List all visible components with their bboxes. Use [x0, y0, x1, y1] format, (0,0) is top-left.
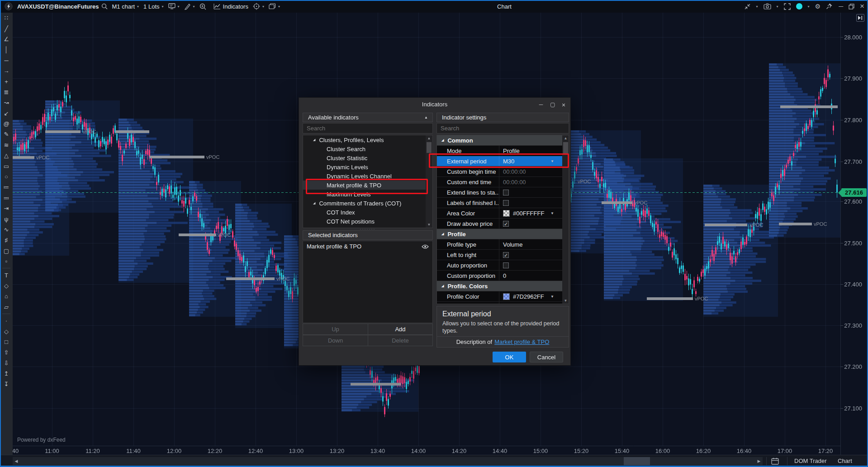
- indicator-description-link[interactable]: Market profile & TPO: [494, 338, 549, 345]
- templates-button[interactable]: ▾: [168, 3, 180, 10]
- tree-expander-icon[interactable]: ◢: [313, 138, 315, 142]
- scroll-left-arrow[interactable]: ◀: [13, 457, 20, 465]
- cross-tool-icon[interactable]: +: [0, 76, 13, 86]
- pin-icon[interactable]: [826, 3, 833, 10]
- setting-row-profile-color[interactable]: Profile Color#7D2962FF▼: [437, 291, 562, 302]
- down-button[interactable]: Down: [303, 335, 368, 346]
- trend-line-tool-icon[interactable]: ╱: [0, 23, 13, 33]
- crosshair-button[interactable]: ▾: [253, 3, 264, 10]
- wave-tool-icon[interactable]: ∿: [0, 224, 13, 235]
- selection-tool-icon[interactable]: ∷: [0, 13, 13, 23]
- color-swatch[interactable]: [503, 210, 510, 217]
- checkbox[interactable]: [503, 200, 509, 206]
- color-swatch[interactable]: [503, 304, 510, 305]
- tree-item-cot-index[interactable]: COT Index: [303, 208, 432, 217]
- tree-item-clusters-profiles-levels[interactable]: ◢Clusters, Profiles, Levels: [303, 135, 432, 144]
- parallel-lines-tool-icon[interactable]: ≣: [0, 87, 13, 97]
- calendar-icon[interactable]: [771, 457, 779, 465]
- jump-to-latest-button[interactable]: [856, 14, 864, 22]
- gear-icon[interactable]: ⚙: [815, 3, 821, 10]
- eye-icon[interactable]: [422, 244, 429, 249]
- minimize-button[interactable]: ─: [839, 3, 843, 10]
- levels-tool-icon[interactable]: ≔: [0, 182, 13, 192]
- tree-item-dynamic-levels[interactable]: Dynamic Levels: [303, 162, 432, 172]
- timeframe-selector[interactable]: M1 chart ▾: [112, 3, 139, 10]
- scrollbar-thumb[interactable]: [563, 142, 568, 155]
- label-tool-icon[interactable]: ◇: [0, 281, 13, 291]
- setting-row-custom-end-time[interactable]: Custom end time00:00:00: [437, 177, 562, 187]
- chevron-down-icon[interactable]: ▼: [550, 211, 554, 215]
- up-button[interactable]: Up: [303, 324, 368, 335]
- setting-row-bids[interactable]: Bids#00FF5252: [437, 302, 562, 304]
- arrow-down-marker-tool-icon[interactable]: ⇩: [0, 358, 13, 368]
- dialog-close-button[interactable]: ×: [560, 101, 568, 109]
- price-label-tool-icon[interactable]: ▱: [0, 302, 13, 312]
- rectangle-tool-icon[interactable]: ▭: [0, 161, 13, 171]
- scrollbar-thumb[interactable]: [427, 142, 432, 153]
- setting-row-profile-colors[interactable]: ◢Profile. Colors: [437, 281, 562, 291]
- dialog-minimize-button[interactable]: ─: [537, 101, 545, 108]
- tree-item-cot-net-positions[interactable]: COT Net positions: [303, 217, 432, 226]
- setting-row-custom-begin-time[interactable]: Custom begin time00:00:00: [437, 167, 562, 177]
- connection-status-icon[interactable]: [796, 3, 802, 10]
- callout-tool-icon[interactable]: ⌂: [0, 291, 13, 301]
- setting-row-extend-lines-to-sta-[interactable]: Extend lines to sta...: [437, 187, 562, 198]
- grid-tool-icon[interactable]: ♯: [0, 235, 13, 245]
- hatch-tool-icon[interactable]: ≋: [0, 140, 13, 150]
- app-logo[interactable]: [5, 2, 13, 10]
- triangle-tool-icon[interactable]: △: [0, 150, 13, 161]
- tree-item-cluster-statistic[interactable]: Cluster Statistic: [303, 153, 432, 162]
- extend-levels-tool-icon[interactable]: ⇥: [0, 203, 13, 214]
- scroll-up-icon[interactable]: ▲: [426, 135, 432, 141]
- dom-trader-button[interactable]: DOM Trader: [794, 457, 827, 464]
- setting-row-common[interactable]: ◢Common: [437, 135, 562, 146]
- horizontal-line-tool-icon[interactable]: ─: [0, 55, 13, 66]
- brush-tool-icon[interactable]: ✎: [0, 129, 13, 139]
- scroll-right-arrow[interactable]: ▶: [755, 457, 763, 465]
- symbol-selector[interactable]: AVAXUSDT@BinanceFutures: [17, 3, 108, 10]
- delete-button[interactable]: Delete: [368, 335, 433, 346]
- angle-tool-icon[interactable]: ∠: [0, 34, 13, 44]
- chevron-down-icon[interactable]: ▾: [808, 5, 810, 9]
- checkbox[interactable]: [503, 190, 509, 195]
- selected-indicator-row[interactable]: Market profile & TPO: [303, 241, 432, 252]
- chevron-down-icon[interactable]: ▾: [756, 5, 758, 9]
- dashed-rect-tool-icon[interactable]: ▢: [0, 246, 13, 256]
- chevron-down-icon[interactable]: ▾: [777, 5, 778, 9]
- setting-row-custom-proportion[interactable]: Custom proportion0: [437, 271, 562, 281]
- cancel-button[interactable]: Cancel: [530, 352, 563, 362]
- checkbox[interactable]: ✓: [503, 252, 509, 258]
- ellipse-tool-icon[interactable]: ○: [0, 172, 13, 182]
- available-indicators-header[interactable]: Available indicators ▲: [303, 113, 433, 122]
- close-button[interactable]: ×: [860, 3, 864, 10]
- horizontal-scrollbar[interactable]: ◀ ▶: [13, 457, 763, 465]
- available-search-input[interactable]: [303, 123, 433, 133]
- setting-row-left-to-right[interactable]: Left to right✓: [437, 250, 562, 260]
- levels-channel-tool-icon[interactable]: ≕: [0, 193, 13, 203]
- zoom-button[interactable]: [199, 3, 206, 10]
- fullscreen-icon[interactable]: [784, 3, 791, 10]
- checkbox[interactable]: [503, 262, 509, 268]
- spiral-tool-icon[interactable]: @: [0, 119, 13, 129]
- color-swatch[interactable]: [503, 293, 510, 300]
- scroll-down-icon[interactable]: ▼: [426, 222, 432, 228]
- long-position-tool-icon[interactable]: ↥: [0, 368, 13, 379]
- setting-row-draw-above-price[interactable]: Draw above price✓: [437, 219, 562, 229]
- setting-row-area-color[interactable]: Area Color#00FFFFFF▼: [437, 208, 562, 219]
- diamond-marker-tool-icon[interactable]: ◇: [0, 326, 13, 336]
- dot-marker-tool-icon[interactable]: ·: [0, 315, 13, 326]
- setting-row-profile[interactable]: ◢Profile: [437, 229, 562, 239]
- scrollbar-thumb[interactable]: [624, 457, 650, 465]
- ray-tool-icon[interactable]: ↙: [0, 108, 13, 119]
- layout-button[interactable]: ▾: [269, 3, 280, 10]
- setting-row-profile-type[interactable]: Profile typeVolume: [437, 239, 562, 250]
- dialog-maximize-button[interactable]: ▢: [549, 101, 557, 108]
- chevron-down-icon[interactable]: ▼: [550, 295, 554, 299]
- tree-item-cluster-search[interactable]: Cluster Search: [303, 144, 432, 153]
- indicators-button[interactable]: Indicators: [213, 3, 248, 10]
- vertical-line-tool-icon[interactable]: │: [0, 44, 13, 55]
- tree-expander-icon[interactable]: ◢: [313, 201, 315, 205]
- tree-item-commitments-of-traders-cot-[interactable]: ◢Commitments of Traders (COT): [303, 199, 432, 208]
- add-button[interactable]: Add: [368, 324, 433, 335]
- settings-search-input[interactable]: [436, 123, 569, 133]
